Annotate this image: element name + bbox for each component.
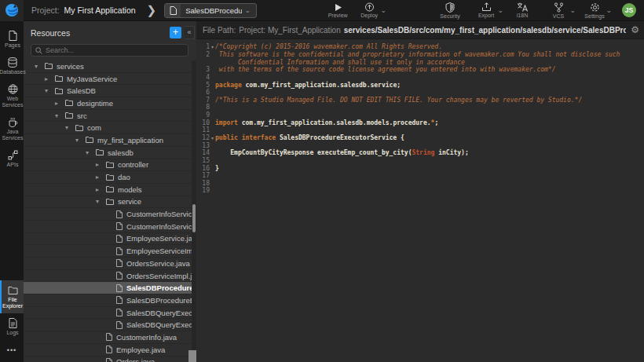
file-icon [116, 272, 123, 280]
tree-item-label: Orders.java [116, 357, 155, 362]
tree-item[interactable]: ▸dao [24, 171, 192, 184]
chevron-down-icon[interactable]: ⌄ [497, 6, 503, 14]
sidebar-item-databases[interactable]: Databases [0, 53, 24, 79]
code-text: EmpCountByCityResponse executeEmp_count_… [215, 149, 469, 156]
tree-item[interactable]: Employee.java [24, 344, 192, 357]
resources-search[interactable] [31, 44, 188, 57]
code-line: 6 [196, 89, 644, 97]
database-icon [8, 57, 17, 68]
collapse-arrow-icon[interactable]: ▾ [65, 124, 75, 131]
collapse-arrow-icon[interactable]: ▾ [55, 112, 65, 119]
collapse-arrow-icon[interactable]: ▾ [96, 198, 106, 205]
folder-icon [65, 112, 73, 119]
tree-item[interactable]: EmployeeService.java [24, 233, 192, 246]
folder-icon [106, 174, 114, 181]
search-icon [35, 47, 42, 54]
code-line: 7/*This is a Studio Managed File. DO NOT… [196, 96, 644, 104]
tree-item[interactable]: ▾src [24, 110, 192, 122]
settings-label: Settings [584, 13, 604, 19]
tree-item[interactable]: ▾salesdb [24, 147, 192, 159]
collapse-arrow-icon[interactable]: ▾ [35, 63, 45, 70]
tree-item-label: CustomerInfo.java [116, 333, 177, 342]
expand-arrow-icon[interactable]: ▸ [55, 100, 65, 107]
settings-button[interactable]: Settings ⌄ [583, 0, 606, 21]
tree-item-label: CustomerInfoService.java [126, 210, 192, 218]
tree-item[interactable]: OrdersServiceImpl.java [24, 270, 192, 283]
sidebar-more-button[interactable]: ••• [0, 340, 24, 359]
code-editor[interactable]: 1▾/*Copyright (c) 2015-2016 wavemaker.co… [196, 39, 644, 195]
editor-settings-gear-icon[interactable]: ⚙ [631, 24, 639, 35]
vcs-button[interactable]: VCS ⌄ [547, 0, 570, 21]
sidebar-item-java-services[interactable]: Java Services [0, 112, 24, 145]
open-file-dropdown[interactable]: SalesDBProcedureE... ⌄ [164, 3, 257, 18]
app-logo[interactable] [0, 0, 24, 21]
tree-item[interactable]: ▸controller [24, 159, 192, 172]
file-icon [116, 235, 123, 243]
sidebar-item-logs[interactable]: Logs [0, 313, 24, 340]
sidebar-item-file-explorer[interactable]: File Explorer [0, 280, 24, 313]
export-label: Export [478, 13, 494, 18]
tree-item[interactable]: ▸designtime [24, 97, 192, 110]
deploy-button[interactable]: Deploy ⌄ [357, 0, 381, 21]
folder-icon [75, 125, 83, 131]
line-number: 12 [196, 134, 210, 141]
tree-item[interactable]: ▾com [24, 122, 192, 134]
project-name: My First Application [64, 5, 136, 15]
tree-item[interactable]: CustomerInfo.java [24, 331, 192, 344]
tree-item[interactable]: SalesDBProcedureExecutorServiceImpl.java [24, 294, 192, 307]
expand-arrow-icon[interactable]: ▸ [96, 161, 106, 168]
sidebar-item-apis[interactable]: APIs [0, 145, 24, 172]
tree-item-label: SalesDBQueryExecutorServiceImpl.java [126, 320, 192, 329]
code-line: 2 This software is the confidential and … [196, 51, 644, 59]
export-button[interactable]: Export ⌄ [474, 0, 498, 21]
chevron-down-icon[interactable]: ⌄ [569, 6, 576, 14]
collapse-arrow-icon[interactable]: ▾ [86, 149, 96, 156]
branch-icon [554, 2, 564, 13]
expand-arrow-icon[interactable]: ▸ [45, 75, 55, 82]
sidebar-item-pages[interactable]: Pages [0, 26, 24, 53]
tree-item[interactable]: CustomerInfoServiceImpl.java [24, 221, 192, 233]
tree-item[interactable]: SalesDBQueryExecutorService.java [24, 307, 192, 320]
fold-arrow-icon[interactable]: ▾ [210, 135, 215, 141]
chevron-down-icon[interactable]: ⌄ [606, 6, 612, 14]
tree-item[interactable]: Orders.java [24, 357, 192, 362]
tree-item[interactable]: ▾services [24, 60, 192, 73]
tree-scrollbar-thumb[interactable] [192, 204, 196, 232]
collapse-panel-button[interactable]: « [185, 26, 195, 39]
collapse-arrow-icon[interactable]: ▾ [45, 87, 55, 94]
sidebar-item-label: Logs [6, 330, 18, 336]
chevron-down-icon[interactable]: ⌄ [381, 6, 387, 14]
tree-item[interactable]: ▾my_first_application [24, 134, 192, 147]
security-button[interactable]: Security [438, 0, 462, 21]
tree-item[interactable]: ▾service [24, 196, 192, 209]
collapse-arrow-icon[interactable]: ▾ [75, 137, 86, 144]
tree-item[interactable]: SalesDBProcedureExecutorService.java [24, 282, 192, 294]
add-resource-button[interactable]: + [170, 27, 181, 38]
code-line: 10import com.my_first_application.salesd… [196, 119, 644, 126]
expand-arrow-icon[interactable]: ▸ [96, 174, 106, 181]
expand-arrow-icon[interactable]: ▸ [96, 186, 106, 193]
tree-item[interactable]: EmployeeServiceImpl.java [24, 245, 192, 258]
i18n-button[interactable]: i18N [510, 0, 534, 21]
preview-button[interactable]: Preview [326, 0, 349, 21]
tree-item-label: service [118, 197, 141, 206]
tree-item[interactable]: ▾SalesDB [24, 85, 192, 97]
folder-icon [8, 284, 18, 295]
tree-item[interactable]: SalesDBQueryExecutorServiceImpl.java [24, 319, 192, 331]
sidebar-item-web-services[interactable]: Web Services [0, 79, 24, 112]
topbar-right-actions: Security Export ⌄ [438, 0, 644, 21]
editor-area: File Path: Project: My_First_Application… [196, 21, 644, 362]
file-type-icon [165, 4, 181, 17]
line-number: 15 [196, 157, 210, 164]
search-input[interactable] [46, 46, 184, 54]
file-path-value: services/SalesDB/src/com/my_first_applic… [344, 26, 626, 35]
tree-item[interactable]: OrdersService.java [24, 258, 192, 270]
play-icon [334, 3, 342, 12]
vcs-label: VCS [553, 13, 564, 19]
fold-arrow-icon[interactable]: ▾ [210, 44, 215, 49]
tree-item[interactable]: ▸models [24, 184, 192, 196]
tree-scrollbar[interactable] [192, 60, 196, 362]
tree-item[interactable]: ▸MyJavaService [24, 73, 192, 86]
user-avatar[interactable]: JS [622, 3, 636, 17]
tree-item[interactable]: CustomerInfoService.java [24, 208, 192, 221]
